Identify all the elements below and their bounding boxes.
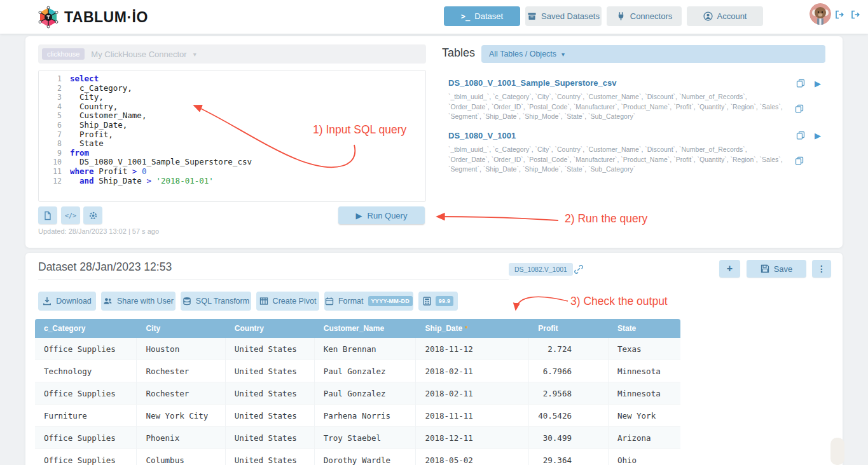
- code-icon: </>: [65, 212, 76, 219]
- column-header-city[interactable]: City: [137, 319, 225, 338]
- date-format-badge: YYYY-MM-DD: [368, 296, 413, 306]
- gear-icon: [88, 211, 98, 220]
- terminal-icon: >_: [461, 12, 470, 21]
- run-query-label: Run Query: [368, 211, 408, 220]
- cell: 29.364: [529, 449, 609, 465]
- cell: 2.9568: [529, 382, 609, 405]
- divider: [38, 279, 509, 280]
- connector-name: My ClickHouse Connector: [91, 50, 186, 59]
- calculator-icon: [423, 297, 431, 306]
- column-header-c_category[interactable]: c_Category: [35, 319, 137, 338]
- column-header-state[interactable]: State: [609, 319, 680, 338]
- run-table-icon[interactable]: ▶: [815, 79, 821, 88]
- code-line: 5 Customer_Name,: [39, 111, 425, 121]
- column-header-profit[interactable]: Profit: [529, 319, 609, 338]
- sql-transform-button[interactable]: SQL Transform: [181, 292, 251, 311]
- cell: Minnesota: [609, 382, 680, 405]
- table-row: FurnitureNew York CityUnited StatesParhe…: [35, 405, 680, 427]
- scrollbar-thumb[interactable]: [830, 438, 844, 465]
- run-table-icon[interactable]: ▶: [815, 131, 821, 140]
- dataset-title: Dataset 28/Jan/2023 12:53: [38, 260, 172, 274]
- settings-button[interactable]: [83, 206, 102, 224]
- code-line: 11where Profit > 0: [39, 167, 425, 177]
- result-table[interactable]: c_CategoryCityCountryCustomer_NameShip_D…: [35, 319, 680, 465]
- annotation-step1: 1) Input SQL query: [313, 123, 406, 137]
- copy-columns-icon[interactable]: [795, 104, 804, 113]
- column-header-country[interactable]: Country: [226, 319, 315, 338]
- calendar-icon: [325, 297, 334, 306]
- share-with-user-button[interactable]: Share with User: [101, 292, 176, 311]
- link-icon[interactable]: [574, 264, 584, 274]
- cell: United States: [226, 449, 315, 465]
- nav-saved-datasets-button[interactable]: Saved Datasets: [525, 6, 602, 26]
- format-button[interactable]: Format YYYY-MM-DD: [324, 292, 413, 311]
- cell: Rochester: [137, 382, 225, 405]
- cell: Arizona: [609, 427, 680, 449]
- line-number: 7: [39, 130, 62, 140]
- save-button[interactable]: Save: [747, 260, 806, 278]
- cell: Ken Brennan: [315, 338, 417, 360]
- cell: Paul Gonzalez: [315, 382, 417, 405]
- nav-connectors-button[interactable]: Connectors: [607, 6, 682, 26]
- code-line: 3 City,: [39, 93, 425, 102]
- download-button[interactable]: Download: [38, 292, 96, 311]
- plus-icon: +: [727, 263, 733, 274]
- cell: Paul Gonzalez: [315, 360, 417, 382]
- table-row: Office SuppliesRochesterUnited StatesPau…: [35, 382, 680, 405]
- avatar[interactable]: [809, 3, 831, 25]
- download-icon: [43, 297, 52, 306]
- logo-hexagon-icon: [37, 6, 60, 29]
- column-header-ship_date[interactable]: Ship_Date*: [416, 319, 529, 338]
- logo[interactable]: TABLUM·İO: [37, 6, 148, 29]
- cell: United States: [226, 338, 315, 360]
- logout-alt-icon[interactable]: [850, 10, 860, 20]
- cell: Office Supplies: [35, 382, 137, 405]
- code-text: State: [62, 139, 104, 149]
- cell: 2018-11-11: [416, 405, 529, 427]
- save-icon: [761, 264, 769, 273]
- code-text: Country,: [62, 102, 118, 112]
- number-precision-button[interactable]: 99.9: [418, 292, 458, 311]
- cell: 40.5426: [529, 405, 609, 427]
- copy-icon[interactable]: [796, 79, 805, 88]
- nav-dataset-button[interactable]: >_ Dataset: [444, 6, 520, 26]
- precision-badge: 99.9: [436, 296, 454, 306]
- cell: 2018-05-02: [416, 449, 529, 465]
- nav-account-button[interactable]: Account: [687, 6, 763, 26]
- cell: United States: [226, 427, 315, 449]
- account-icon: [703, 11, 713, 21]
- document-icon: [43, 211, 52, 220]
- column-header-customer_name[interactable]: Customer_Name: [315, 319, 417, 338]
- logout-icon[interactable]: [834, 10, 844, 20]
- code-text: Customer_Name,: [62, 111, 146, 121]
- table-header-row: c_CategoryCityCountryCustomer_NameShip_D…: [35, 319, 680, 338]
- more-options-button[interactable]: ⋮: [812, 260, 831, 278]
- chevron-down-icon: ▾: [561, 51, 565, 58]
- connector-selector[interactable]: clickhouse My ClickHouse Connector ▾: [38, 44, 426, 64]
- table-icon: [259, 297, 268, 306]
- nav-saved-datasets-label: Saved Datasets: [541, 11, 600, 21]
- cell: 2018-02-11: [416, 360, 529, 382]
- code-line: 12 and Ship_Date > '2018-01-01': [39, 177, 425, 186]
- add-dataset-button[interactable]: +: [719, 260, 740, 278]
- copy-columns-icon[interactable]: [795, 156, 804, 165]
- run-query-button[interactable]: ▶ Run Query: [338, 206, 425, 224]
- sort-indicator: *: [465, 325, 467, 332]
- code-view-button[interactable]: </>: [61, 206, 80, 224]
- tables-filter-dropdown[interactable]: All Tables / Objects ▾: [481, 45, 825, 63]
- copy-icon[interactable]: [796, 131, 805, 140]
- code-text: and Ship_Date > '2018-01-01': [62, 177, 214, 186]
- create-pivot-button[interactable]: Create Pivot: [256, 292, 319, 311]
- cell: United States: [226, 360, 315, 382]
- cell: Columbus: [137, 449, 225, 465]
- cell: Technology: [35, 360, 137, 382]
- cell: Minnesota: [609, 360, 680, 382]
- table-row: Office SuppliesPhoenixUnited StatesTroy …: [35, 427, 680, 449]
- table-link-ds1080[interactable]: DS_1080_V_1001: [448, 131, 516, 140]
- table-link-superstore[interactable]: DS_1080_V_1001_Sample_Superstore_csv: [448, 78, 617, 88]
- nav-dataset-label: Dataset: [474, 11, 503, 21]
- cell: Troy Staebel: [315, 427, 417, 449]
- table-columns-ds1080: `_tblm_uuid_`, `c_Category`, `City`, `Co…: [448, 145, 789, 175]
- new-query-button[interactable]: [38, 206, 57, 224]
- cell: Ohio: [609, 449, 680, 465]
